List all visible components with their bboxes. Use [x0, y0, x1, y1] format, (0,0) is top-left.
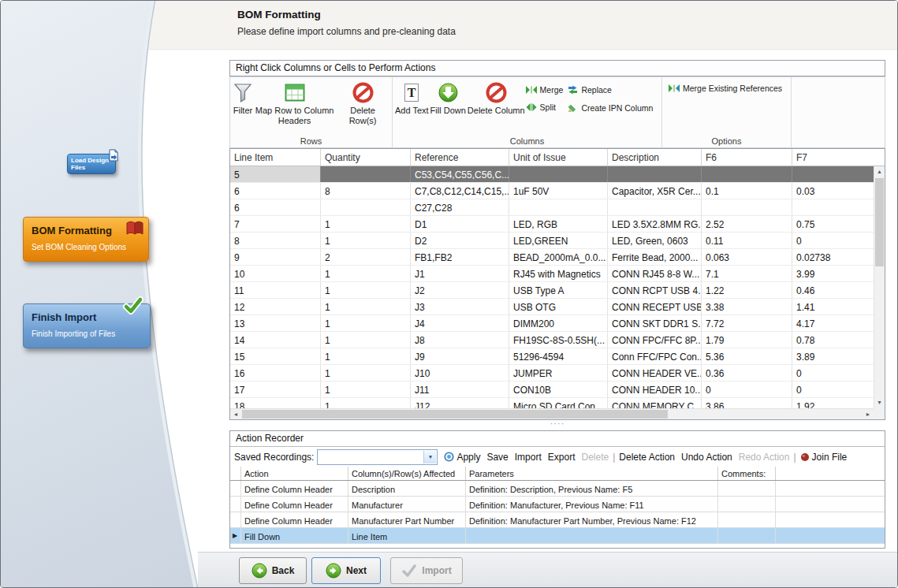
cell-reference[interactable]: J8: [411, 332, 509, 348]
table-row[interactable]: 8 1 D2 LED,GREEN LED, Green, 0603 0.11 0: [230, 233, 874, 249]
cell-reference[interactable]: C7,C8,C12,C14,C15,...: [411, 183, 509, 199]
action-row[interactable]: Define Column Header Description Definit…: [230, 481, 885, 497]
cell-quantity[interactable]: 1: [321, 266, 411, 281]
save-recording-button[interactable]: Save: [486, 452, 508, 463]
saved-recordings-select[interactable]: ▼: [317, 449, 438, 465]
back-button[interactable]: Back: [239, 557, 307, 584]
cell-f7[interactable]: 1.92: [792, 398, 874, 408]
column-header-f6[interactable]: F6: [702, 149, 792, 166]
cell-f6[interactable]: 0.11: [702, 233, 792, 248]
delete-column-button[interactable]: Delete Column: [467, 81, 526, 117]
cell-action[interactable]: Define Column Header: [241, 497, 348, 512]
cell-reference[interactable]: J9: [411, 348, 509, 364]
column-header-quantity[interactable]: Quantity: [321, 149, 411, 166]
cell-unit-of-issue[interactable]: 1uF 50V: [509, 183, 608, 199]
apply-button[interactable]: Apply: [444, 452, 480, 463]
cell-unit-of-issue[interactable]: 51296-4594: [509, 348, 608, 364]
cell-reference[interactable]: C53,C54,C55,C56,C...: [411, 166, 509, 182]
cell-quantity[interactable]: 1: [321, 332, 411, 348]
cell-parameters[interactable]: Definition: Manufacturer Part Number, Pr…: [466, 512, 718, 527]
chevron-down-icon[interactable]: ▼: [423, 451, 436, 463]
table-row[interactable]: 10 1 J1 RJ45 with Magnetics CONN RJ45 8-…: [230, 266, 874, 282]
cell-line-item[interactable]: 7: [230, 216, 321, 232]
scroll-right-icon[interactable]: ►: [863, 409, 874, 420]
comments-column-header[interactable]: Comments:: [718, 467, 776, 480]
cell-line-item[interactable]: 17: [230, 381, 321, 397]
import-recording-button[interactable]: Import: [515, 452, 542, 463]
cell-description[interactable]: CONN RCPT USB 4...: [608, 282, 702, 298]
action-row[interactable]: ▶ Fill Down Line Item: [230, 528, 885, 544]
cell-reference[interactable]: D2: [411, 233, 509, 248]
cell-unit-of-issue[interactable]: FH19SC-8S-0.5SH(...: [509, 332, 608, 348]
step-load-design-files[interactable]: Load Design Files: [67, 154, 116, 174]
cell-comments[interactable]: [718, 512, 776, 527]
table-row[interactable]: 12 1 J3 USB OTG CONN RECEPT USB... 3.38 …: [230, 299, 874, 315]
cell-unit-of-issue[interactable]: RJ45 with Magnetics: [509, 266, 608, 281]
scroll-up-icon[interactable]: ▲: [874, 166, 885, 177]
cell-description[interactable]: CONN RJ45 8-8 W...: [608, 266, 702, 281]
cell-f6[interactable]: 2.52: [702, 216, 792, 232]
cell-comments[interactable]: [718, 497, 776, 512]
cell-description[interactable]: CONN RECEPT USB...: [608, 299, 702, 314]
cell-action[interactable]: Define Column Header: [241, 481, 348, 496]
cell-reference[interactable]: J1: [411, 266, 509, 281]
cell-f7[interactable]: 3.89: [792, 348, 874, 364]
cell-line-item[interactable]: 6: [230, 199, 321, 215]
scroll-down-icon[interactable]: ▼: [874, 397, 885, 408]
cell-parameters[interactable]: Definition: Description, Previous Name: …: [466, 481, 718, 496]
column-header-f7[interactable]: F7: [792, 149, 885, 166]
cell-f7[interactable]: 4.17: [792, 315, 874, 331]
cell-parameters[interactable]: [466, 528, 718, 543]
cell-f7[interactable]: 0.03: [792, 183, 874, 199]
filter-button[interactable]: Filter: [232, 81, 254, 117]
action-column-header[interactable]: Action: [241, 467, 348, 480]
step-finish-import[interactable]: Finish Import Finish Importing of Files: [23, 303, 151, 348]
cell-line-item[interactable]: 13: [230, 315, 321, 331]
cell-description[interactable]: CONN HEADER VE...: [608, 365, 702, 381]
cell-f6[interactable]: 0.36: [702, 365, 792, 381]
next-button[interactable]: Next: [311, 557, 381, 584]
cell-unit-of-issue[interactable]: BEAD_2000mA_0.0...: [509, 249, 608, 265]
cell-description[interactable]: CONN MEMORY C...: [608, 398, 702, 408]
cell-f6[interactable]: 3.86: [702, 398, 792, 408]
cell-reference[interactable]: J4: [411, 315, 509, 331]
cell-f6[interactable]: [702, 199, 792, 215]
cell-affected[interactable]: Description: [348, 481, 466, 496]
merge-button[interactable]: Merge: [526, 85, 564, 95]
map-row-to-column-headers-button[interactable]: Map Row to Column Headers: [254, 81, 335, 127]
cell-description[interactable]: [608, 166, 702, 182]
scroll-left-icon[interactable]: ◄: [230, 409, 241, 420]
cell-line-item[interactable]: 15: [230, 348, 321, 364]
export-recording-button[interactable]: Export: [548, 452, 576, 463]
replace-button[interactable]: Replace: [568, 85, 653, 95]
cell-comments[interactable]: [718, 528, 776, 543]
merge-existing-references-button[interactable]: Merge Existing References: [664, 81, 782, 93]
cell-description[interactable]: CONN HEADER 10...: [608, 381, 702, 397]
cell-reference[interactable]: J2: [411, 282, 509, 298]
cell-quantity[interactable]: 8: [321, 183, 411, 199]
cell-unit-of-issue[interactable]: Micro SD Card Con...: [509, 398, 608, 408]
column-header-description[interactable]: Description: [608, 149, 702, 166]
cell-unit-of-issue[interactable]: JUMPER: [509, 365, 608, 381]
add-text-button[interactable]: T Add Text: [394, 81, 430, 117]
create-ipn-column-button[interactable]: Create IPN Column: [568, 102, 653, 113]
cell-affected[interactable]: Manufacturer Part Number: [348, 512, 466, 527]
cell-quantity[interactable]: 1: [321, 216, 411, 232]
cell-f6[interactable]: 7.1: [702, 266, 792, 281]
cell-f7[interactable]: [792, 166, 874, 182]
cell-unit-of-issue[interactable]: USB OTG: [509, 299, 608, 314]
cell-quantity[interactable]: [321, 199, 411, 215]
cell-affected[interactable]: Line Item: [348, 528, 466, 543]
cell-quantity[interactable]: [321, 166, 411, 182]
cell-action[interactable]: Define Column Header: [241, 512, 348, 527]
cell-action[interactable]: Fill Down: [241, 528, 348, 543]
cell-f7[interactable]: 0: [792, 365, 874, 381]
cell-comments[interactable]: [718, 481, 776, 496]
cell-unit-of-issue[interactable]: USB Type A: [509, 282, 608, 298]
cell-quantity[interactable]: 1: [321, 381, 411, 397]
action-row[interactable]: Define Column Header Manufacturer Defini…: [230, 497, 885, 512]
cell-f6[interactable]: 0.063: [702, 249, 792, 265]
cell-reference[interactable]: FB1,FB2: [411, 249, 509, 265]
cell-quantity[interactable]: 1: [321, 282, 411, 298]
cell-f7[interactable]: 0.02738: [792, 249, 874, 265]
